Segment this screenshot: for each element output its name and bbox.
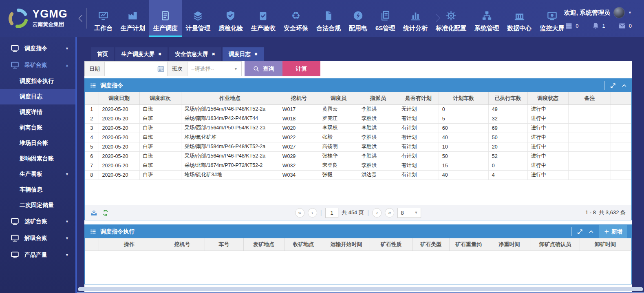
date-input[interactable]: [105, 66, 157, 72]
sidebar-group-item[interactable]: 采矿台账▲: [0, 57, 75, 73]
magnifier-icon: [253, 65, 260, 72]
column-header: 卸矿时间: [580, 238, 631, 251]
monitor-icon: [11, 251, 19, 259]
top-nav-item[interactable]: 合法合规: [312, 0, 345, 37]
table-row[interactable]: 42020-05-20白班堆场/氧化矿堆W022张毅李胜洪有计划4050进行中: [85, 133, 631, 142]
tab-item[interactable]: 生产调度大屏✖: [115, 47, 168, 61]
tab-close-icon[interactable]: ✖: [212, 52, 215, 56]
header-divider: [86, 8, 87, 29]
collapse-panel-icon[interactable]: [588, 229, 594, 235]
top-nav-item[interactable]: 标准化配置: [432, 0, 470, 37]
measurement-icon: [192, 10, 203, 21]
table-cell: W022: [279, 133, 319, 142]
table-cell: 进行中: [527, 142, 568, 151]
tools-divider: [571, 227, 572, 236]
top-nav-item[interactable]: 生产验收: [247, 0, 280, 37]
table-cell: 进行中: [527, 170, 568, 180]
table-row[interactable]: 12020-05-20白班采场/南部/1564m/P46-P48/KT52-2a…: [85, 104, 631, 114]
table-cell: 2020-05-20: [99, 104, 139, 114]
top-nav-item[interactable]: 数据中心: [503, 0, 536, 37]
user-menu-caret-icon[interactable]: ▼: [628, 11, 632, 15]
top-nav-item[interactable]: 生产调度: [149, 0, 182, 37]
badge-count: 0: [629, 23, 632, 29]
sidebar-sub-item[interactable]: 生产看板▼: [0, 166, 75, 182]
column-header: 已执行车数: [488, 92, 527, 104]
top-nav-item[interactable]: 系统管理: [470, 0, 503, 37]
sidebar-sub-item[interactable]: 调度指令执行: [0, 73, 75, 89]
table-row[interactable]: 72020-05-20白班采场/北部/1674m/P70-P72/KT52-2W…: [85, 161, 631, 170]
table-row[interactable]: 52020-05-20白班采场/南部/1584m/P46-P48/KT52-2a…: [85, 142, 631, 151]
sidebar-sub-item[interactable]: 堆场日台帐: [0, 135, 75, 151]
tab-item[interactable]: 首页: [91, 47, 114, 61]
top-nav-item[interactable]: 配用电: [345, 0, 371, 37]
sidebar-group-item[interactable]: 调度指令▼: [0, 40, 75, 57]
dispatch-execution-panel: 调度指令执行: [84, 224, 632, 284]
table-row[interactable]: 22020-05-20白班采场/南部/1634m/P42-P46/KT44W01…: [85, 114, 631, 123]
tab-active[interactable]: 调度日志✖: [223, 47, 264, 61]
top-nav-item[interactable]: 监控大屏: [536, 0, 568, 37]
top-nav-item[interactable]: 统计分析: [399, 0, 432, 37]
table-row[interactable]: 62020-05-20白班采场/南部/1564m/P46-P48/KT52-2a…: [85, 151, 631, 161]
top-nav-item[interactable]: 工作台: [90, 0, 117, 37]
table-row[interactable]: 32020-05-20白班采场/西部/1564m/P50-P54/KT52-2a…: [85, 123, 631, 133]
first-page-button[interactable]: «: [295, 208, 304, 218]
filler-cell: [611, 151, 631, 161]
system-icon: [481, 10, 492, 21]
expand-icon[interactable]: [610, 82, 616, 89]
top-nav-item[interactable]: 计量管理: [182, 0, 214, 37]
top-nav-item[interactable]: 生产计划: [117, 0, 149, 37]
refresh-icon[interactable]: [102, 209, 109, 216]
sidebar-group-item[interactable]: 产品产量▼: [0, 246, 75, 263]
top-nav-item-label: 合法合规: [316, 24, 341, 32]
filler-header: [631, 238, 631, 251]
top-nav-item[interactable]: 6S管理: [371, 0, 399, 37]
sidebar-group-item[interactable]: 选矿台账▼: [0, 213, 75, 230]
tab-item[interactable]: 安全信息大屏✖: [169, 47, 221, 61]
tab-close-icon[interactable]: ✖: [158, 52, 161, 56]
table-cell: 李胜洪: [358, 104, 398, 114]
notification-badge[interactable]: 0: [618, 22, 632, 30]
sidebar-sub-item[interactable]: 影响因素台账: [0, 151, 75, 166]
table-cell: 60: [439, 123, 488, 133]
table-cell: [568, 142, 611, 151]
table-cell: 有计划: [398, 142, 439, 151]
sidebar-sub-item[interactable]: 剥离台账: [0, 120, 75, 135]
table-cell: 2020-05-20: [99, 151, 139, 161]
top-nav-item[interactable]: ♻安全环保: [280, 0, 312, 37]
page-number-input[interactable]: [325, 208, 338, 218]
sidebar-collapse-icon[interactable]: [76, 0, 86, 37]
notification-badge[interactable]: 1: [592, 22, 605, 30]
table-cell: [568, 170, 611, 180]
table-cell: 进行中: [527, 133, 568, 142]
calendar-icon[interactable]: [157, 65, 165, 73]
production-plan-icon: [127, 10, 138, 21]
table-cell: 采场/南部/1584m/P46-P48/KT52-2a: [181, 142, 279, 151]
last-page-button[interactable]: »: [385, 208, 394, 218]
sidebar-sub-label: 堆场日台帐: [20, 140, 48, 147]
table-row[interactable]: 82020-05-20白班堆场/硫化矿3#堆W034张毅洪达贵有计划404进行中: [85, 170, 631, 180]
download-icon[interactable]: [90, 209, 97, 216]
table-header-row: 调度日期调度班次作业地点挖机号调度员指派员是否有计划计划车数已执行车数调度状态备…: [85, 92, 631, 104]
tab-close-icon[interactable]: ✖: [254, 52, 258, 56]
calc-button[interactable]: 计算: [282, 61, 320, 76]
table-cell: 采场/南部/1564m/P46-P48/KT52-2a: [181, 151, 279, 161]
sidebar-group-item[interactable]: 解吸台账▼: [0, 230, 75, 246]
notification-badge[interactable]: 0: [565, 22, 578, 30]
next-page-button[interactable]: ›: [372, 208, 382, 218]
expand-icon[interactable]: [577, 229, 583, 235]
page-size-select[interactable]: 8 ▼: [397, 208, 421, 218]
sidebar-sub-item[interactable]: 二次固定储量: [0, 198, 75, 213]
top-nav-item[interactable]: 质检化验: [214, 0, 247, 37]
horizontal-scrollbar[interactable]: [78, 287, 643, 291]
prev-page-button[interactable]: ‹: [308, 208, 317, 218]
sidebar-sub-item[interactable]: 车辆信息: [0, 182, 75, 198]
collapse-panel-icon[interactable]: [621, 82, 627, 89]
column-header: 调度员: [319, 92, 358, 104]
add-button[interactable]: 新增: [599, 225, 627, 238]
sidebar-sub-item[interactable]: 调度日志: [0, 89, 75, 104]
user-avatar[interactable]: [613, 7, 625, 18]
sidebar-sub-item[interactable]: 调度详情: [0, 104, 75, 120]
shift-select[interactable]: --请选择-- ▼: [187, 61, 242, 76]
query-button[interactable]: 查询: [245, 61, 282, 76]
column-header: 矿石性质: [370, 238, 412, 251]
